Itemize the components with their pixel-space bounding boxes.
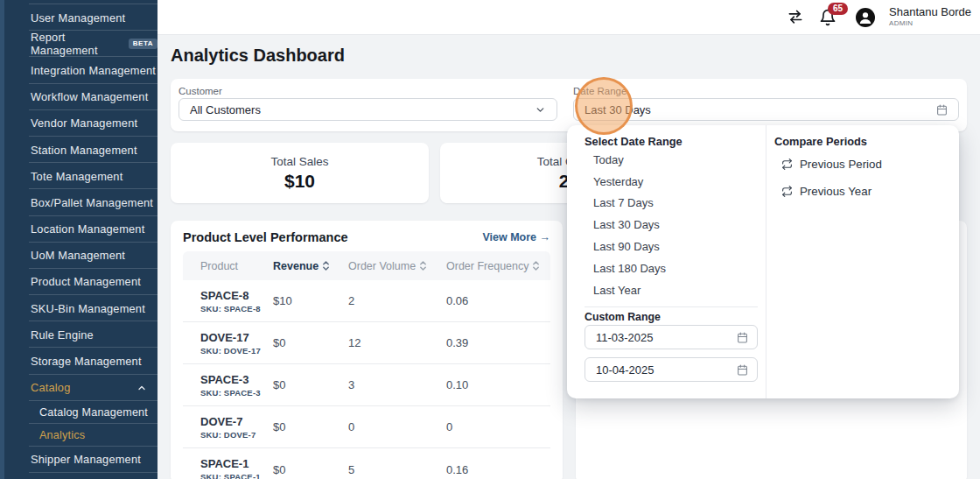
revenue-cell: $0 [273, 336, 348, 349]
revenue-cell: $0 [273, 420, 348, 433]
date-option-last-90-days[interactable]: Last 90 Days [593, 236, 751, 257]
customer-select[interactable]: All Customers [178, 98, 557, 121]
table-row: DOVE-7SKU: DOVE-7$000 [183, 406, 550, 448]
sidebar-item-label: User Management [31, 11, 125, 25]
notification-count-badge: 65 [828, 3, 848, 15]
column-header-order-frequency[interactable]: Order Frequency [446, 259, 550, 272]
sidebar-item-product-management[interactable]: Product Management [0, 269, 158, 295]
product-table: Product Revenue Order Volume Order Frequ… [183, 251, 550, 479]
user-role: ADMIN [889, 19, 971, 27]
product-sku: SKU: SPACE-3 [200, 388, 273, 398]
chevron-down-icon [535, 104, 546, 116]
product-cell: SPACE-3SKU: SPACE-3 [183, 373, 273, 398]
sidebar-item-catalog-management[interactable]: Catalog Management [0, 401, 158, 424]
compare-previous-period[interactable]: Previous Period [781, 152, 948, 175]
order-frequency-cell: 0 [446, 420, 550, 433]
sidebar-item-station-management[interactable]: Station Management [0, 137, 158, 163]
metric-card-total-sales: Total Sales $10 [171, 143, 429, 203]
sidebar-item-box-pallet-management[interactable]: Box/Pallet Management [0, 189, 158, 215]
product-sku: SKU: DOVE-17 [200, 346, 273, 356]
sidebar-item-label: Station Management [31, 144, 137, 157]
sidebar-item-user-management[interactable]: User Management [0, 4, 158, 31]
sidebar-item-tote-management[interactable]: Tote Management [0, 163, 158, 189]
sort-icon[interactable] [322, 259, 330, 272]
compare-option-label: Previous Period [800, 158, 882, 171]
date-range-options: TodayYesterdayLast 7 DaysLast 30 DaysLas… [593, 149, 751, 301]
sidebar-item-report-management[interactable]: Report ManagementBETA [0, 31, 158, 57]
notifications-bell-icon[interactable]: 65 [819, 9, 836, 26]
sidebar-item-location-management[interactable]: Location Management [0, 216, 158, 243]
custom-range-header: Custom Range [584, 311, 661, 323]
customer-select-value: All Customers [190, 103, 535, 116]
order-frequency-cell: 0.06 [446, 294, 550, 307]
calendar-icon[interactable] [737, 364, 748, 376]
sidebar-item-label: Integration Management [31, 64, 156, 77]
start-date-input[interactable]: 11-03-2025 [584, 325, 758, 349]
product-cell: DOVE-17SKU: DOVE-17 [183, 331, 273, 356]
sidebar-item-label: Box/Pallet Management [31, 196, 153, 209]
date-option-yesterday[interactable]: Yesterday [593, 171, 751, 193]
sidebar-item-catalog[interactable]: Catalog [0, 375, 158, 401]
sidebar-item-label: Rule Engine [31, 328, 94, 342]
swap-arrows-icon[interactable] [786, 9, 805, 26]
sort-icon[interactable] [532, 259, 540, 272]
column-header-revenue[interactable]: Revenue [273, 259, 348, 272]
product-name: DOVE-7 [200, 415, 273, 428]
table-title: Product Level Performance [183, 230, 348, 244]
compare-previous-year[interactable]: Previous Year [781, 180, 948, 202]
sidebar-item-vendor-management[interactable]: Vendor Management [0, 110, 158, 137]
sidebar-item-label: Analytics [39, 429, 85, 441]
product-name: SPACE-1 [200, 457, 273, 470]
sidebar-item-label: Vendor Management [31, 116, 137, 130]
date-option-today[interactable]: Today [593, 149, 751, 171]
sidebar-item-label: Location Management [31, 222, 144, 236]
sidebar-item-label: Report Management [31, 31, 122, 57]
compare-periods-header: Compare Periods [774, 135, 867, 148]
view-more-link[interactable]: View More → [482, 231, 550, 243]
customer-label: Customer [178, 86, 222, 96]
metric-label: Total Sales [270, 155, 328, 168]
date-option-last-7-days[interactable]: Last 7 Days [593, 193, 751, 215]
start-date-value: 11-03-2025 [596, 331, 737, 344]
date-range-value: Last 30 Days [584, 103, 936, 116]
order-volume-cell: 5 [348, 463, 446, 476]
page-title: Analytics Dashboard [171, 46, 345, 66]
calendar-icon[interactable] [936, 104, 948, 116]
date-option-last-30-days[interactable]: Last 30 Days [593, 214, 751, 236]
beta-badge: BETA [129, 39, 158, 49]
product-cell: SPACE-1SKU: SPACE-1 [183, 457, 273, 479]
sidebar-item-label: Catalog [31, 381, 71, 394]
table-header-row: Product Revenue Order Volume Order Frequ… [183, 251, 550, 280]
sidebar-item-label: Catalog Management [39, 406, 148, 419]
sidebar-item-shipper-management[interactable]: Shipper Management [0, 447, 158, 473]
sidebar-item-rule-engine[interactable]: Rule Engine [0, 321, 158, 348]
sidebar-item-analytics[interactable]: Analytics [0, 424, 158, 447]
select-date-range-header: Select Date Range [584, 135, 682, 148]
order-volume-cell: 2 [348, 294, 446, 307]
chevron-up-icon [136, 383, 147, 393]
user-avatar[interactable] [856, 8, 875, 27]
calendar-icon[interactable] [737, 332, 748, 343]
sidebar-item-integration-management[interactable]: Integration Management [0, 57, 158, 83]
end-date-input[interactable]: 10-04-2025 [584, 357, 758, 382]
sidebar-nav: User ManagementReport ManagementBETAInte… [0, 4, 158, 473]
date-option-last-year[interactable]: Last Year [593, 279, 751, 301]
order-volume-cell: 12 [348, 336, 446, 349]
sidebar-item-storage-management[interactable]: Storage Management [0, 348, 158, 374]
sidebar-item-sku-bin-management[interactable]: SKU-Bin Management [0, 295, 158, 321]
sidebar-item-uom-management[interactable]: UoM Management [0, 243, 158, 269]
sidebar-item-label: Shipper Management [31, 453, 141, 466]
sort-icon[interactable] [419, 259, 427, 272]
product-sku: SKU: SPACE-1 [200, 472, 273, 479]
date-range-select[interactable]: Last 30 Days [573, 98, 959, 121]
date-option-last-180-days[interactable]: Last 180 Days [593, 257, 751, 279]
sidebar-item-workflow-management[interactable]: Workflow Management [0, 84, 158, 110]
product-performance-card: Product Level Performance View More → Pr… [171, 221, 563, 479]
filters-card: Customer All Customers Date Range Last 3… [171, 79, 967, 131]
product-sku: SKU: DOVE-7 [200, 430, 273, 440]
user-menu[interactable]: Shantanu Borde ADMIN [889, 6, 971, 27]
table-body: SPACE-8SKU: SPACE-8$1020.06DOVE-17SKU: D… [183, 280, 550, 479]
column-header-order-volume[interactable]: Order Volume [348, 259, 446, 272]
order-frequency-cell: 0.16 [446, 463, 550, 476]
compare-option-label: Previous Year [800, 185, 872, 198]
